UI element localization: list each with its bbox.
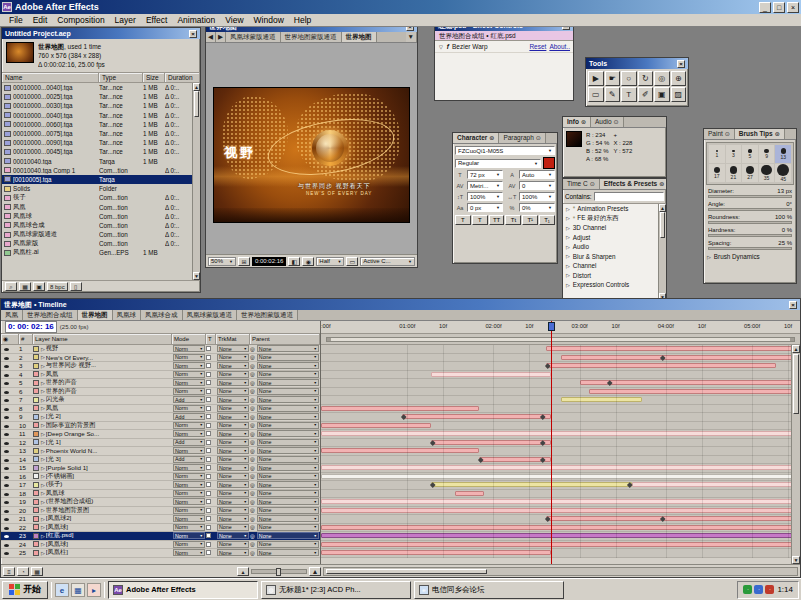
twirl-icon[interactable]: ▷ — [41, 380, 45, 386]
palette-menu-icon[interactable]: ⊙ — [725, 131, 730, 137]
project-row[interactable]: 00010000...0045].tgaTar...nce1 MBΔ 0:.. — [2, 147, 200, 156]
visibility-eye-icon[interactable] — [1, 396, 11, 403]
character-value-field[interactable]: 100%▼ — [519, 192, 555, 201]
preserve-transparency-checkbox[interactable] — [206, 371, 216, 378]
clock[interactable]: 1:14 — [777, 585, 793, 594]
timeline-current-time[interactable]: 0: 00: 02: 16 (25.00 fps) — [1, 321, 320, 334]
zoom-in-icon[interactable]: ▴ — [309, 567, 321, 576]
label-color-chip[interactable] — [33, 490, 39, 496]
track-matte-select[interactable]: None▼ — [217, 532, 249, 539]
contains-search-input[interactable] — [594, 192, 664, 201]
blend-mode-select[interactable]: Add▼ — [173, 396, 205, 403]
visibility-eye-icon[interactable] — [1, 473, 11, 480]
effects-category-row[interactable]: ▷*FE 最好的东西 — [563, 214, 666, 224]
brush-tip[interactable]: 13 — [775, 145, 791, 163]
pickwhip-icon[interactable]: ◎ — [250, 354, 255, 360]
brush-property-slider[interactable] — [708, 234, 792, 237]
layer-name-cell[interactable]: ▷[凤凰柱] — [33, 548, 172, 557]
column-header[interactable]: Size — [143, 73, 165, 82]
layer-duration-bar[interactable] — [546, 346, 800, 351]
layer-name-cell[interactable]: ▷[光 1] — [33, 438, 172, 447]
layer-lane[interactable] — [321, 354, 800, 363]
selection-tool[interactable]: ▶ — [588, 71, 604, 86]
project-row[interactable]: 凤凰Com...tionΔ 0:.. — [2, 202, 200, 211]
find-icon[interactable]: ⌕ — [5, 282, 17, 291]
layer-lane[interactable] — [321, 524, 800, 533]
brush-tip[interactable]: 1 — [709, 145, 725, 163]
taskbar-task-button[interactable]: e电信同乡会论坛 — [414, 581, 564, 599]
new-composition-icon[interactable]: ▣ — [33, 282, 45, 291]
blend-mode-select[interactable]: Norm▼ — [173, 388, 205, 395]
preserve-transparency-checkbox[interactable] — [206, 362, 216, 369]
pickwhip-icon[interactable]: ◎ — [250, 431, 255, 437]
brush-property-row[interactable]: Roundness:100 % — [704, 213, 796, 221]
palette-tab[interactable]: Effects & Presets⊙ — [600, 179, 666, 189]
preserve-transparency-checkbox[interactable] — [206, 388, 216, 395]
comp-tab[interactable]: 世界地图蒙版通道 — [281, 32, 342, 42]
menu-item[interactable]: Layer — [110, 15, 141, 25]
layer-lane[interactable] — [321, 362, 800, 371]
pickwhip-icon[interactable]: ◎ — [250, 533, 255, 539]
parent-select[interactable]: None▼ — [257, 456, 319, 463]
close-button[interactable]: × — [787, 2, 799, 13]
preserve-transparency-checkbox[interactable] — [206, 515, 216, 522]
track-matte-select[interactable]: None▼ — [217, 507, 249, 514]
column-header[interactable]: Parent — [250, 334, 320, 344]
faux-style-button[interactable]: T¹ — [522, 215, 538, 225]
visibility-eye-icon[interactable] — [1, 464, 11, 471]
brush-tip[interactable]: 3 — [726, 145, 742, 163]
track-matte-select[interactable]: None▼ — [217, 354, 249, 361]
timeline-titlebar[interactable]: 世界地图 • Timeline × — [1, 299, 800, 310]
preserve-transparency-checkbox[interactable] — [206, 524, 216, 531]
pickwhip-icon[interactable]: ◎ — [250, 550, 255, 556]
brush-tip[interactable]: 21 — [726, 164, 742, 182]
parent-select[interactable]: None▼ — [257, 439, 319, 446]
palette-menu-icon[interactable]: ⊙ — [590, 181, 595, 187]
font-style-select[interactable]: Regular▼ — [455, 159, 541, 168]
twirl-icon[interactable]: ▷ — [566, 225, 570, 231]
twirl-icon[interactable]: ▷ — [41, 533, 45, 539]
visibility-eye-icon[interactable] — [1, 549, 11, 556]
blend-mode-select[interactable]: Norm▼ — [173, 379, 205, 386]
work-area-bar[interactable] — [321, 334, 800, 345]
layer-duration-bar[interactable] — [321, 550, 551, 555]
project-row[interactable]: 凤凰蒙版Com...tionΔ 0:.. — [2, 239, 200, 248]
layer-duration-bar[interactable] — [321, 406, 479, 411]
visibility-eye-icon[interactable] — [1, 345, 11, 352]
pen-tool[interactable]: ✎ — [605, 87, 621, 102]
pickwhip-icon[interactable]: ◎ — [250, 473, 255, 479]
twirl-icon[interactable]: ▷ — [41, 490, 45, 496]
brush-tip[interactable]: 5 — [742, 145, 758, 163]
label-color-chip[interactable] — [33, 465, 39, 471]
delete-icon[interactable]: ▯ — [70, 282, 82, 291]
layer-lane[interactable] — [321, 473, 800, 482]
timecode-display[interactable]: 0: 00: 02: 16 — [5, 321, 57, 333]
layer-lane[interactable] — [321, 481, 800, 490]
preserve-transparency-checkbox[interactable] — [206, 507, 216, 514]
blend-mode-select[interactable]: Norm▼ — [173, 354, 205, 361]
blend-mode-select[interactable]: Norm▼ — [173, 515, 205, 522]
project-row[interactable]: 筷子Com...tionΔ 0:.. — [2, 193, 200, 202]
layer-duration-bar[interactable] — [321, 423, 431, 428]
effect-controls-tab[interactable]: 世界地图合成组 • 红底.psd — [435, 31, 573, 41]
label-color-chip[interactable] — [33, 371, 39, 377]
brush-property-row[interactable]: Hardness:0 % — [704, 226, 796, 234]
timeline-comp-tab[interactable]: 凤凰球蒙版通道 — [183, 310, 238, 320]
layer-duration-bar[interactable] — [580, 380, 800, 385]
composition-viewer[interactable]: 视野 与世界同步 视野看天下 NEW'S OF EVERY DAY — [206, 43, 417, 254]
menu-item[interactable]: Help — [289, 15, 316, 25]
character-value-field[interactable]: 0▼ — [519, 181, 555, 190]
blend-mode-select[interactable]: Norm▼ — [173, 464, 205, 471]
parent-select[interactable]: None▼ — [257, 549, 319, 556]
layer-duration-bar[interactable] — [321, 508, 800, 513]
media-player-icon[interactable]: ▸ — [87, 583, 101, 597]
twirl-icon[interactable]: ▷ — [41, 354, 45, 360]
preserve-transparency-checkbox[interactable] — [206, 447, 216, 454]
layer-lane[interactable] — [321, 490, 800, 499]
parent-select[interactable]: None▼ — [257, 541, 319, 548]
pickwhip-icon[interactable]: ◎ — [250, 380, 255, 386]
blend-mode-select[interactable]: Norm▼ — [173, 405, 205, 412]
visibility-eye-icon[interactable] — [1, 430, 11, 437]
column-header[interactable]: TrkMat — [216, 334, 250, 344]
visibility-eye-icon[interactable] — [1, 354, 11, 361]
